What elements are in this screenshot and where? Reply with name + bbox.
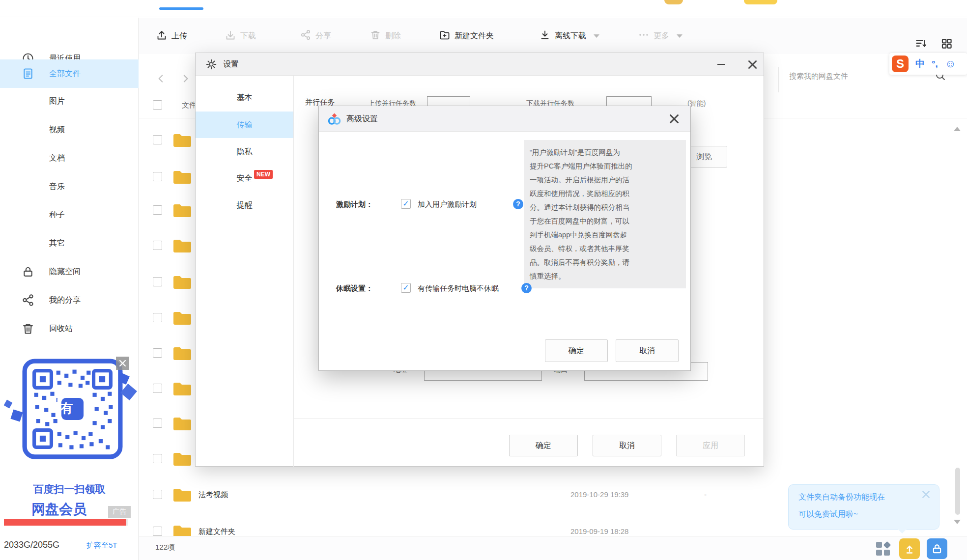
offline-download-button[interactable]: 离线下载 xyxy=(540,18,599,54)
sidebar-item-documents[interactable]: 文档 xyxy=(0,145,139,171)
folder-icon xyxy=(173,169,192,186)
ad-badge: 广告 xyxy=(108,506,131,518)
nav-forward-button[interactable] xyxy=(179,73,191,86)
lock-icon xyxy=(22,265,34,278)
row-checkbox[interactable] xyxy=(153,135,162,144)
sidebar-item-label: 文档 xyxy=(49,153,65,164)
grid-view-icon xyxy=(940,37,953,50)
row-checkbox[interactable] xyxy=(153,172,162,181)
advanced-cancel-button[interactable]: 取消 xyxy=(616,339,679,362)
storage-usage-text: 2033G/2055G xyxy=(4,540,59,550)
help-icon[interactable]: ? xyxy=(513,199,523,209)
incentive-checkbox[interactable]: ✓ xyxy=(401,199,411,209)
row-checkbox[interactable] xyxy=(153,313,162,322)
ime-emoji-icon[interactable]: ☺ xyxy=(945,57,956,70)
delete-button[interactable]: 删除 xyxy=(370,18,401,54)
close-icon[interactable] xyxy=(745,57,760,72)
scroll-up-arrow[interactable] xyxy=(954,127,961,131)
folder-icon xyxy=(173,416,192,433)
auto-backup-icon[interactable] xyxy=(899,538,920,559)
folder-icon xyxy=(173,451,192,468)
sidebar-item-videos[interactable]: 视频 xyxy=(0,116,139,143)
tab-security[interactable]: 安全 NEW xyxy=(196,165,293,192)
new-badge: NEW xyxy=(254,170,273,179)
apps-grid-icon[interactable] xyxy=(874,539,892,558)
share-button[interactable]: 分享 xyxy=(300,18,331,54)
new-folder-label: 新建文件夹 xyxy=(455,31,494,41)
advanced-dialog-titlebar[interactable]: 高级设置 xyxy=(319,106,690,132)
toast-text: 可以免费试用啦~ xyxy=(798,509,858,520)
close-icon[interactable] xyxy=(922,491,930,500)
column-header-file[interactable]: 文件 xyxy=(182,101,197,110)
ime-punctuation-toggle[interactable]: °, xyxy=(932,58,938,69)
row-checkbox[interactable] xyxy=(153,241,162,250)
folder-icon xyxy=(173,346,192,363)
baidu-netdisk-window: 上传 下载 分享 删除 新建文件夹 离线下载 更多 xyxy=(0,0,967,560)
storage-bar-fill xyxy=(4,519,126,526)
advanced-ok-button[interactable]: 确定 xyxy=(545,339,608,362)
status-bar: 122项 xyxy=(139,536,967,560)
sidebar-item-others[interactable]: 其它 xyxy=(0,230,139,256)
minimize-icon[interactable] xyxy=(713,57,728,72)
upload-button[interactable]: 上传 xyxy=(156,18,187,54)
scroll-down-arrow[interactable] xyxy=(954,520,961,524)
question-mark: ? xyxy=(524,284,529,292)
row-checkbox[interactable] xyxy=(153,454,162,463)
settings-cancel-button[interactable]: 取消 xyxy=(593,435,661,456)
help-icon[interactable]: ? xyxy=(521,283,532,293)
download-icon xyxy=(225,29,236,42)
avatar[interactable] xyxy=(664,0,683,4)
sidebar-item-hidden-space[interactable]: 隐藏空间 xyxy=(0,258,139,285)
ok-label: 确定 xyxy=(569,346,584,356)
row-checkbox[interactable] xyxy=(153,527,162,536)
close-icon[interactable] xyxy=(116,357,129,370)
tab-reminder[interactable]: 提醒 xyxy=(196,192,293,219)
member-button-fragment[interactable] xyxy=(744,0,777,4)
divider xyxy=(293,76,294,467)
chevron-down-icon[interactable] xyxy=(594,34,599,38)
sort-button[interactable] xyxy=(915,37,927,52)
backup-toast: 文件夹自动备份功能现在 可以免费试用啦~ xyxy=(788,484,939,530)
row-checkbox[interactable] xyxy=(153,419,162,428)
ime-language-toggle[interactable]: 中 xyxy=(915,57,925,70)
sort-icon xyxy=(915,37,927,50)
row-checkbox[interactable] xyxy=(153,490,162,499)
nav-back-button[interactable] xyxy=(155,73,167,86)
storage-upgrade-link[interactable]: 扩容至5T xyxy=(86,541,117,550)
hidden-space-lock-icon[interactable] xyxy=(927,538,947,559)
scrollbar-thumb[interactable] xyxy=(955,468,960,515)
sogou-logo-icon[interactable]: S xyxy=(892,56,909,72)
sidebar-item-pictures[interactable]: 图片 xyxy=(0,88,139,114)
sidebar-item-all-files[interactable]: 全部文件 xyxy=(0,59,139,88)
chevron-down-icon[interactable] xyxy=(677,34,683,38)
sidebar-item-music[interactable]: 音乐 xyxy=(0,173,139,200)
settings-dialog-titlebar[interactable]: 设置 xyxy=(196,53,764,76)
close-icon[interactable] xyxy=(667,112,682,126)
share-label: 分享 xyxy=(315,31,331,41)
new-folder-button[interactable]: 新建文件夹 xyxy=(439,18,494,54)
question-mark: ? xyxy=(516,200,520,208)
row-checkbox[interactable] xyxy=(153,348,162,358)
tab-basic[interactable]: 基本 xyxy=(196,84,293,111)
sidebar-item-my-shares[interactable]: 我的分享 xyxy=(0,287,139,313)
tab-transfer[interactable]: 传输 xyxy=(196,112,293,138)
row-checkbox[interactable] xyxy=(153,277,162,286)
sidebar-item-torrents[interactable]: 种子 xyxy=(0,201,139,228)
divider xyxy=(778,67,779,92)
settings-apply-button[interactable]: 应用 xyxy=(676,435,745,456)
select-all-checkbox[interactable] xyxy=(153,100,162,110)
sleep-checkbox[interactable]: ✓ xyxy=(401,283,411,293)
settings-ok-button[interactable]: 确定 xyxy=(509,435,578,456)
folder-icon xyxy=(173,238,192,255)
row-checkbox[interactable] xyxy=(153,384,162,393)
more-button[interactable]: 更多 xyxy=(638,18,683,54)
sidebar-item-recycle-bin[interactable]: 回收站 xyxy=(0,315,139,342)
grid-view-button[interactable] xyxy=(940,37,953,52)
tab-privacy[interactable]: 隐私 xyxy=(196,139,293,165)
more-label: 更多 xyxy=(654,31,669,41)
row-checkbox[interactable] xyxy=(153,205,162,215)
tooltip-line: “用户激励计划”是百度网盘为 xyxy=(530,145,680,159)
cube-decoration xyxy=(4,400,13,409)
ok-label: 确定 xyxy=(536,441,551,451)
download-button[interactable]: 下载 xyxy=(225,18,256,54)
